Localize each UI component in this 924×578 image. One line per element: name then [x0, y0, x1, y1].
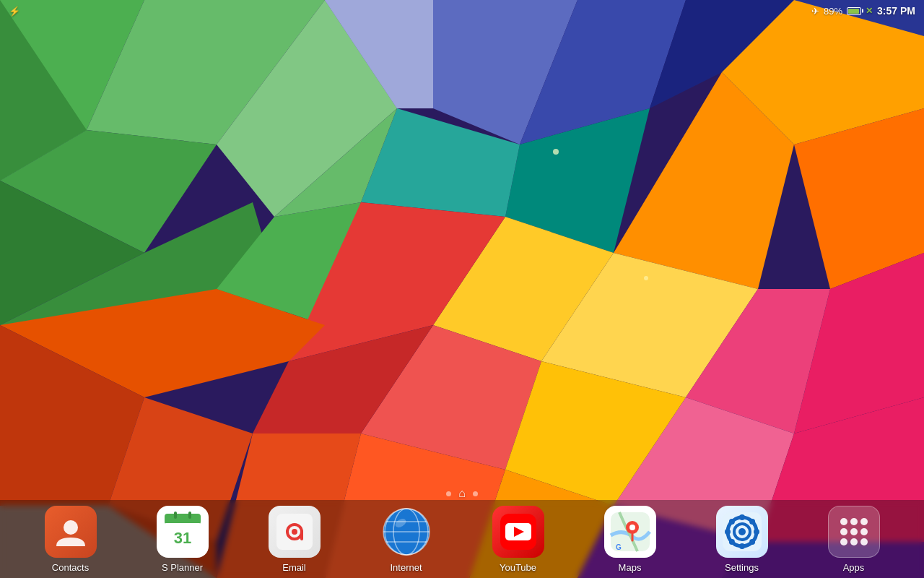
time-display: 3:57 PM	[877, 5, 915, 17]
app-contacts[interactable]: Contacts	[31, 506, 110, 573]
app-email[interactable]: Email	[255, 506, 334, 573]
apps-label: Apps	[843, 562, 865, 573]
contacts-label: Contacts	[52, 562, 89, 573]
svg-rect-49	[174, 512, 177, 519]
svg-point-82	[738, 528, 746, 535]
settings-label: Settings	[725, 562, 759, 573]
status-bar: ⚡ ✈ 89% ✕ 3:57 PM	[0, 0, 924, 22]
svg-point-88	[860, 528, 868, 535]
svg-point-86	[840, 528, 847, 535]
app-internet[interactable]: Internet	[367, 506, 446, 573]
home-indicator[interactable]: ⌂	[458, 487, 466, 500]
svg-point-91	[860, 538, 868, 545]
svg-point-44	[644, 276, 648, 280]
status-right: ✈ 89% ✕ 3:57 PM	[811, 5, 915, 17]
page-dot-2[interactable]	[473, 491, 478, 496]
svg-point-77	[728, 518, 734, 524]
page-indicators: ⌂	[0, 487, 924, 500]
apps-icon-bg	[828, 506, 880, 558]
svg-point-85	[860, 518, 868, 525]
settings-icon-bg	[716, 506, 768, 558]
svg-point-76	[754, 529, 759, 535]
svg-point-45	[64, 520, 78, 535]
airplane-mode-icon: ✈	[811, 6, 819, 17]
dock: Contacts 31 S Planner	[0, 500, 924, 578]
svg-point-79	[728, 539, 734, 545]
svg-point-89	[840, 538, 847, 545]
splanner-icon-bg: 31	[157, 506, 209, 558]
svg-rect-50	[188, 512, 191, 519]
youtube-icon-bg	[492, 506, 544, 558]
youtube-label: YouTube	[500, 562, 536, 573]
maps-icon-bg: G	[604, 506, 656, 558]
network-icon: ✕	[866, 6, 873, 16]
svg-point-73	[739, 514, 745, 520]
app-splanner[interactable]: 31 S Planner	[143, 506, 222, 573]
svg-text:G: G	[616, 543, 622, 551]
svg-point-53	[292, 529, 297, 535]
usb-icon: ⚡	[9, 6, 20, 17]
app-maps[interactable]: G Maps	[590, 506, 670, 573]
svg-rect-46	[165, 514, 201, 525]
svg-point-83	[840, 518, 847, 525]
battery-percentage: 89%	[824, 6, 842, 17]
maps-label: Maps	[619, 562, 642, 573]
svg-point-84	[850, 518, 858, 525]
svg-point-80	[749, 518, 755, 524]
app-youtube[interactable]: YouTube	[479, 506, 558, 573]
page-dot-1[interactable]	[446, 491, 451, 496]
svg-point-90	[850, 538, 858, 545]
battery-icon	[847, 7, 861, 15]
svg-point-75	[725, 529, 731, 535]
status-left: ⚡	[9, 6, 20, 17]
svg-point-74	[739, 543, 745, 549]
app-apps[interactable]: Apps	[814, 506, 894, 573]
splanner-label: S Planner	[162, 562, 203, 573]
email-icon-bg	[269, 506, 321, 558]
contacts-icon	[45, 506, 97, 558]
internet-label: Internet	[390, 562, 422, 573]
svg-point-69	[629, 525, 635, 530]
email-label: Email	[282, 562, 306, 573]
svg-point-43	[553, 149, 559, 155]
internet-icon-bg	[380, 506, 432, 558]
svg-text:31: 31	[173, 529, 191, 547]
app-settings[interactable]: Settings	[702, 506, 782, 573]
svg-point-78	[749, 539, 755, 545]
svg-point-87	[850, 528, 858, 535]
